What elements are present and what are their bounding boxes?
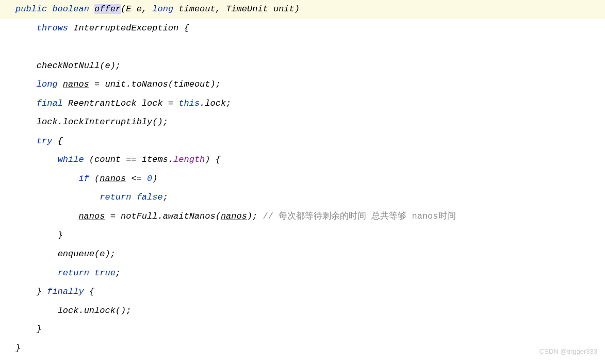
code-line-7: try { <box>0 132 605 151</box>
code-line-4: long nanos = unit.toNanos(timeout); <box>0 75 605 94</box>
code-block: public boolean offer(E e, long timeout, … <box>0 0 605 358</box>
code-line-15: } finally { <box>0 283 605 302</box>
code-line-16: lock.unlock(); <box>0 302 605 321</box>
code-line-18: } <box>0 339 605 358</box>
code-line-17: } <box>0 320 605 339</box>
code-line-5: final ReentrantLock lock = this.lock; <box>0 94 605 113</box>
code-line-3: checkNotNull(e); <box>0 57 605 76</box>
code-line-10: return false; <box>0 188 605 207</box>
code-line-11: nanos = notFull.awaitNanos(nanos); // 每次… <box>0 207 605 226</box>
code-line-13: enqueue(e); <box>0 245 605 264</box>
code-line-2: throws InterruptedException { <box>0 19 605 38</box>
code-line-6: lock.lockInterruptibly(); <box>0 113 605 132</box>
code-line-1: public boolean offer(E e, long timeout, … <box>0 0 605 19</box>
code-line-12: } <box>0 226 605 245</box>
code-line-9: if (nanos <= 0) <box>0 170 605 189</box>
watermark-text: CSDN @trigger333 <box>539 344 597 359</box>
code-line-14: return true; <box>0 264 605 283</box>
code-line-blank <box>0 38 605 57</box>
code-line-8: while (count == items.length) { <box>0 151 605 170</box>
